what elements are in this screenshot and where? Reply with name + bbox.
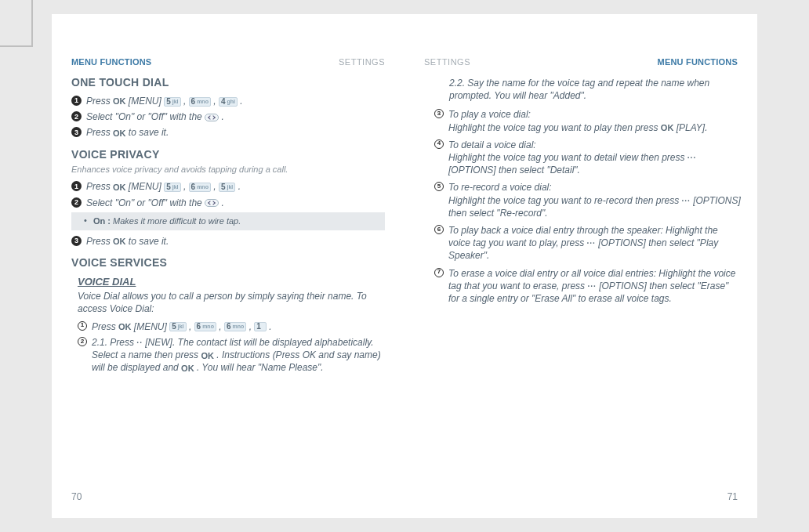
- page-number-right: 71: [727, 491, 738, 502]
- voice-dial-desc: Voice Dial allows you to call a person b…: [78, 290, 385, 315]
- heading-one-touch-dial: ONE TOUCH DIAL: [71, 75, 385, 90]
- header-main-right: MENU FUNCTIONS: [658, 57, 738, 67]
- page-number-left: 70: [71, 491, 82, 502]
- step: 3 Press OK to save it.: [71, 235, 385, 248]
- ok-icon: OK: [661, 122, 674, 134]
- step: 1 Press OK [MENU] 5jkl , 6mno , 5jkl .: [71, 180, 385, 193]
- note-box: On : Makes it more difficult to wire tap…: [71, 212, 385, 230]
- step: 6 To play back a voice dial entry throug…: [434, 224, 742, 262]
- key-6: 6mno: [189, 97, 211, 107]
- step-2-2: 2.2. Say the name for the voice tag and …: [434, 77, 742, 102]
- dots-icon: ···: [587, 281, 596, 292]
- key-5: 5jkl: [164, 183, 180, 192]
- step-bullet-1: 1: [71, 96, 82, 106]
- header-sub-left: SETTINGS: [339, 57, 385, 67]
- key-1: 1: [254, 322, 267, 331]
- nav-icon: [205, 199, 219, 207]
- dots-icon: ···: [682, 196, 691, 207]
- step: 3 To play a voice dial: Highlight the vo…: [434, 108, 742, 133]
- step-bullet-3: 3: [71, 127, 82, 137]
- ok-icon: OK: [113, 96, 126, 107]
- key-6: 6mno: [189, 183, 211, 192]
- subtitle-voice-privacy: Enhances voice privacy and avoids tappin…: [71, 164, 385, 176]
- heading-voice-services: VOICE SERVICES: [71, 255, 385, 270]
- step: 3 Press OK to save it.: [71, 126, 385, 139]
- right-content: 2.2. Say the name for the voice tag and …: [428, 75, 742, 308]
- key-6: 6mno: [194, 322, 216, 331]
- key-5: 5jkl: [219, 183, 235, 192]
- step: 2 Select "On" or "Off" with the .: [71, 110, 385, 123]
- page-left: MENU FUNCTIONS SETTINGS 70 ONE TOUCH DIA…: [52, 14, 404, 518]
- step: 2 2.1. Press ·· [NEW]. The contact list …: [78, 336, 385, 375]
- heading-voice-privacy: VOICE PRIVACY: [71, 147, 385, 162]
- step: 7 To erase a voice dial entry or all voi…: [434, 267, 742, 306]
- step: 4 To detail a voice dial: Highlight the …: [434, 139, 742, 177]
- key-5: 5jkl: [164, 97, 180, 107]
- page-right: SETTINGS MENU FUNCTIONS 71 2.2. Say the …: [404, 14, 757, 518]
- key-4: 4ghi: [219, 97, 238, 107]
- left-content: ONE TOUCH DIAL 1 Press OK [MENU] 5jkl , …: [71, 75, 385, 378]
- step: 2 Select "On" or "Off" with the .: [71, 197, 385, 209]
- heading-voice-dial: VOICE DIAL: [78, 275, 385, 289]
- dots-icon: ···: [587, 238, 596, 249]
- ok-icon: OK: [113, 236, 126, 248]
- dots-icon: ···: [687, 153, 696, 164]
- key-5: 5jkl: [169, 322, 186, 331]
- ok-icon: OK: [113, 128, 126, 139]
- dots-icon: ··: [136, 338, 143, 349]
- ok-icon: OK: [113, 182, 126, 194]
- step-bullet-2: 2: [71, 111, 82, 121]
- step: 5 To re-record a voice dial: Highlight t…: [434, 181, 742, 219]
- key-6: 6mno: [224, 322, 246, 331]
- ok-icon: OK: [118, 321, 132, 333]
- ok-icon: OK: [181, 363, 194, 375]
- nav-icon: [205, 114, 219, 121]
- ok-icon: OK: [201, 350, 214, 362]
- step: 1 Press OK [MENU] 5jkl , 6mno , 4ghi .: [71, 95, 385, 107]
- step: 1 Press OK [MENU] 5jkl , 6mno , 6mno , 1…: [78, 320, 385, 333]
- header-sub-right: SETTINGS: [424, 57, 470, 67]
- header-main-left: MENU FUNCTIONS: [71, 57, 151, 67]
